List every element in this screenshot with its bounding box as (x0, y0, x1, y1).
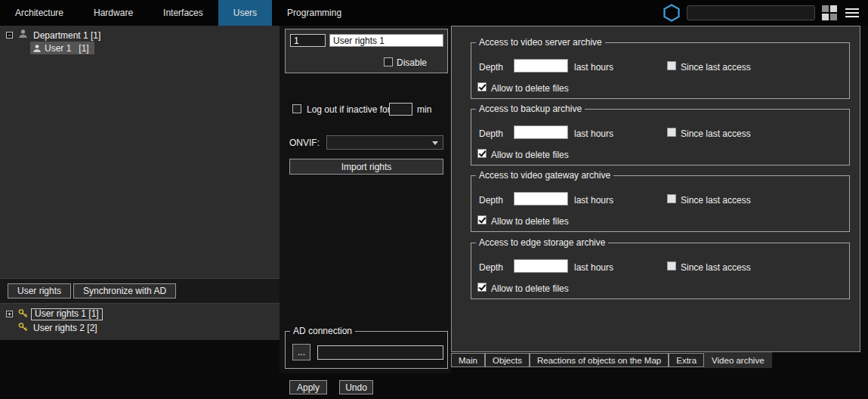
logout-minutes-unit: min (417, 104, 431, 115)
archive-group-backup: Access to backup archive Depth last hour… (471, 109, 850, 165)
archive-tabstrip: Main Objects Reactions of objects on the… (451, 352, 772, 368)
disable-label: Disable (397, 57, 427, 68)
apps-grid-icon[interactable] (822, 5, 837, 20)
app-logo-icon (663, 4, 680, 22)
tree-item-user[interactable]: User 1 [1] (30, 42, 94, 54)
user-rights-button[interactable]: User rights (8, 283, 71, 298)
archive-group-edge-storage: Access to edge storage archive Depth las… (471, 243, 850, 299)
tree-item-user-rights-1[interactable]: User rights 1 [1] (31, 308, 103, 320)
logout-inactive-checkbox[interactable] (292, 104, 301, 113)
last-hours-label: last hours (574, 128, 613, 139)
grid-square (830, 14, 837, 20)
hamburger-bar (845, 8, 859, 10)
allow-delete-checkbox[interactable] (477, 82, 487, 91)
tab-video-archive[interactable]: Video archive (704, 352, 771, 368)
tab-extra[interactable]: Extra (669, 353, 704, 367)
onvif-label: ONVIF: (289, 138, 320, 148)
last-hours-label: last hours (574, 195, 613, 206)
allow-delete-checkbox[interactable] (477, 283, 487, 292)
allow-delete-label: Allow to delete files (491, 83, 569, 94)
since-last-access-checkbox[interactable] (667, 128, 676, 137)
top-menu-bar: Architecture Hardware Interfaces Users P… (0, 0, 868, 26)
since-last-access-label: Since last access (681, 195, 751, 206)
depth-input[interactable] (514, 59, 568, 73)
grid-square (822, 5, 829, 12)
ad-connection-input[interactable] (317, 345, 443, 360)
video-archive-page: Access to video server archive Depth las… (451, 26, 860, 352)
archive-group-video-gateway: Access to video gateway archive Depth la… (471, 175, 850, 232)
menu-tab-programming[interactable]: Programming (272, 0, 357, 26)
group-title: Access to video gateway archive (476, 170, 613, 181)
depth-label: Depth (479, 262, 503, 273)
tree-item-department[interactable]: Department 1 [1] (33, 30, 100, 41)
grid-square (830, 5, 837, 12)
allow-delete-label: Allow to delete files (491, 216, 569, 227)
identity-panel: Disable (285, 29, 448, 73)
user-rights-tree-panel: + User rights 1 [1] User rights 2 [2] (0, 304, 280, 340)
since-last-access-checkbox[interactable] (667, 194, 676, 203)
topbar-right-controls (663, 0, 868, 26)
import-rights-button[interactable]: Import rights (289, 159, 443, 175)
key-icon (18, 322, 28, 334)
departments-tree-panel: - Department 1 [1] User 1 [1] (0, 26, 280, 278)
settings-column (280, 26, 451, 373)
depth-label: Depth (479, 195, 503, 206)
menu-tab-interfaces[interactable]: Interfaces (148, 0, 218, 26)
object-name-input[interactable] (329, 34, 443, 47)
tab-reactions[interactable]: Reactions of objects on the Map (530, 353, 669, 367)
grid-square (822, 14, 829, 20)
allow-delete-label: Allow to delete files (491, 150, 569, 160)
key-icon (18, 308, 28, 320)
ad-connection-title: AD connection (290, 326, 355, 336)
allow-delete-checkbox[interactable] (477, 149, 487, 158)
last-hours-label: last hours (574, 62, 613, 73)
logout-minutes-input[interactable] (389, 103, 412, 116)
app-window: Architecture Hardware Interfaces Users P… (0, 0, 868, 399)
archive-group-video-server: Access to video server archive Depth las… (471, 42, 850, 99)
depth-input[interactable] (514, 259, 568, 273)
chevron-down-icon (432, 141, 438, 145)
tree-expander-expand[interactable]: + (6, 311, 13, 317)
group-title: Access to edge storage archive (476, 237, 608, 248)
menu-tab-hardware[interactable]: Hardware (79, 0, 148, 26)
group-title: Access to backup archive (476, 104, 585, 114)
depth-label: Depth (479, 62, 503, 73)
logout-inactive-label: Log out if inactive for (307, 104, 391, 115)
department-icon (18, 29, 28, 41)
onvif-dropdown[interactable] (326, 135, 443, 150)
tree-item-user-label: User 1 [1] (45, 43, 89, 54)
allow-delete-checkbox[interactable] (477, 215, 487, 224)
tab-objects[interactable]: Objects (485, 353, 530, 367)
undo-button[interactable]: Undo (339, 380, 373, 394)
hamburger-bar (845, 16, 859, 17)
tree-expander-collapse[interactable]: - (6, 32, 13, 39)
hamburger-menu-icon[interactable] (844, 7, 860, 19)
last-hours-label: last hours (574, 262, 613, 273)
tab-main[interactable]: Main (451, 353, 485, 367)
menu-tab-architecture[interactable]: Architecture (0, 0, 79, 26)
since-last-access-label: Since last access (681, 262, 751, 273)
ad-connection-group: AD connection ... (285, 331, 448, 369)
hamburger-bar (845, 12, 859, 14)
group-title: Access to video server archive (476, 37, 605, 48)
menu-tab-users[interactable]: Users (218, 0, 272, 26)
tree-item-user-rights-2[interactable]: User rights 2 [2] (33, 323, 97, 333)
depth-input[interactable] (514, 192, 568, 206)
depth-input[interactable] (514, 125, 568, 139)
since-last-access-checkbox[interactable] (667, 61, 676, 70)
ad-browse-button[interactable]: ... (292, 344, 310, 360)
disable-checkbox[interactable] (384, 57, 393, 66)
since-last-access-checkbox[interactable] (667, 261, 676, 271)
allow-delete-label: Allow to delete files (491, 283, 569, 294)
synchronize-ad-button[interactable]: Synchronize with AD (73, 283, 176, 298)
search-input[interactable] (687, 5, 815, 20)
user-icon (32, 44, 42, 53)
depth-label: Depth (479, 128, 503, 139)
object-id-input[interactable] (290, 34, 326, 47)
since-last-access-label: Since last access (681, 62, 751, 73)
tree-switch-strip: User rights Synchronize with AD (0, 278, 280, 304)
since-last-access-label: Since last access (681, 128, 751, 139)
apply-button[interactable]: Apply (289, 380, 327, 394)
